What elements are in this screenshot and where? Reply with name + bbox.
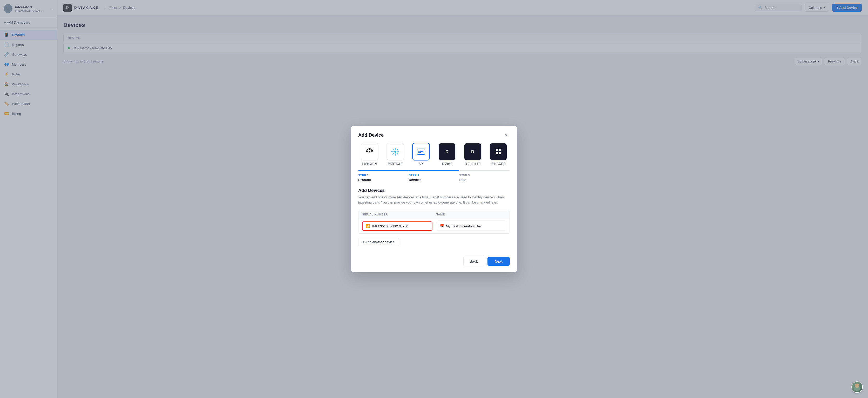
serial-icon: 📶 bbox=[366, 224, 370, 228]
svg-line-6 bbox=[393, 149, 394, 151]
device-name-input[interactable] bbox=[446, 224, 502, 228]
step-2-name: Devices bbox=[409, 178, 459, 182]
lorawan-label: LoRaWAN bbox=[362, 162, 377, 166]
svg-text:D: D bbox=[471, 150, 474, 154]
device-type-row: LoRaWAN PARTICLE API API D D bbox=[351, 143, 517, 170]
step-1-name: Product bbox=[358, 178, 409, 182]
lorawan-icon-box bbox=[361, 143, 378, 161]
modal-close-button[interactable]: × bbox=[502, 131, 510, 139]
api-icon-box: API bbox=[412, 143, 430, 161]
step-3-bar bbox=[459, 170, 510, 171]
svg-point-1 bbox=[394, 151, 396, 153]
device-form-table: SERIAL NUMBER NAME 📶 📅 bbox=[358, 210, 510, 234]
dzero-lte-label: D Zero LTE bbox=[465, 162, 480, 166]
modal-header: Add Device × bbox=[351, 126, 517, 143]
api-label: API bbox=[419, 162, 424, 166]
dzero-lte-icon-box: D bbox=[464, 143, 482, 161]
step-2-bar bbox=[409, 170, 459, 171]
dzero-icon-box: D bbox=[438, 143, 456, 161]
device-type-dzero[interactable]: D D Zero bbox=[436, 143, 458, 166]
step-3-number: STEP 3 bbox=[459, 174, 510, 177]
modal-title: Add Device bbox=[358, 132, 384, 138]
step-1-bar bbox=[358, 170, 409, 171]
svg-rect-18 bbox=[499, 149, 501, 151]
device-name-field[interactable]: 📅 bbox=[436, 222, 506, 231]
step-1-number: STEP 1 bbox=[358, 174, 409, 177]
svg-rect-19 bbox=[496, 152, 498, 154]
svg-text:D: D bbox=[445, 150, 448, 154]
device-type-dzero-lte[interactable]: D D Zero LTE bbox=[461, 143, 484, 166]
device-form-header: SERIAL NUMBER NAME bbox=[359, 210, 509, 219]
serial-number-field[interactable]: 📶 bbox=[362, 222, 432, 231]
svg-point-22 bbox=[855, 384, 859, 388]
pincode-label: PINCODE bbox=[491, 162, 506, 166]
svg-line-8 bbox=[397, 149, 398, 151]
col-name-header: NAME bbox=[436, 213, 506, 216]
particle-icon-box bbox=[386, 143, 404, 161]
next-button[interactable]: Next bbox=[488, 257, 510, 266]
device-type-api[interactable]: API API bbox=[410, 143, 432, 166]
svg-line-7 bbox=[397, 153, 398, 155]
add-device-modal: Add Device × LoRaWAN PARTICLE bbox=[351, 126, 517, 272]
step-1: STEP 1 Product bbox=[358, 170, 409, 182]
svg-point-0 bbox=[369, 151, 370, 153]
step-3: STEP 3 Plan bbox=[459, 170, 510, 182]
modal-body: Add Devices You can add one or more API … bbox=[351, 182, 517, 253]
serial-number-input[interactable] bbox=[372, 224, 429, 228]
modal-section-title: Add Devices bbox=[358, 188, 510, 193]
col-serial-header: SERIAL NUMBER bbox=[362, 213, 432, 216]
steps-row: STEP 1 Product STEP 2 Devices STEP 3 Pla… bbox=[351, 170, 517, 182]
svg-rect-20 bbox=[499, 152, 501, 154]
dzero-label: D Zero bbox=[442, 162, 452, 166]
step-3-name: Plan bbox=[459, 178, 510, 182]
device-type-pincode[interactable]: PINCODE bbox=[487, 143, 510, 166]
add-another-device-button[interactable]: + Add another device bbox=[358, 238, 399, 246]
device-form-row: 📶 📅 bbox=[359, 219, 509, 233]
svg-line-9 bbox=[393, 153, 394, 155]
step-2: STEP 2 Devices bbox=[409, 170, 459, 182]
pincode-icon-box bbox=[490, 143, 507, 161]
device-type-particle[interactable]: PARTICLE bbox=[384, 143, 406, 166]
name-icon: 📅 bbox=[439, 224, 444, 228]
device-type-lorawan[interactable]: LoRaWAN bbox=[358, 143, 381, 166]
svg-rect-17 bbox=[496, 149, 498, 151]
modal-section-desc: You can add one or more API devices at a… bbox=[358, 195, 510, 205]
svg-text:API: API bbox=[418, 150, 424, 154]
chat-avatar-inner bbox=[852, 382, 862, 392]
modal-footer: Back Next bbox=[351, 253, 517, 272]
back-button[interactable]: Back bbox=[463, 257, 484, 266]
svg-rect-16 bbox=[494, 147, 502, 156]
step-2-number: STEP 2 bbox=[409, 174, 459, 177]
particle-label: PARTICLE bbox=[388, 162, 403, 166]
modal-overlay: Add Device × LoRaWAN PARTICLE bbox=[0, 0, 868, 398]
chat-avatar[interactable] bbox=[851, 382, 863, 393]
